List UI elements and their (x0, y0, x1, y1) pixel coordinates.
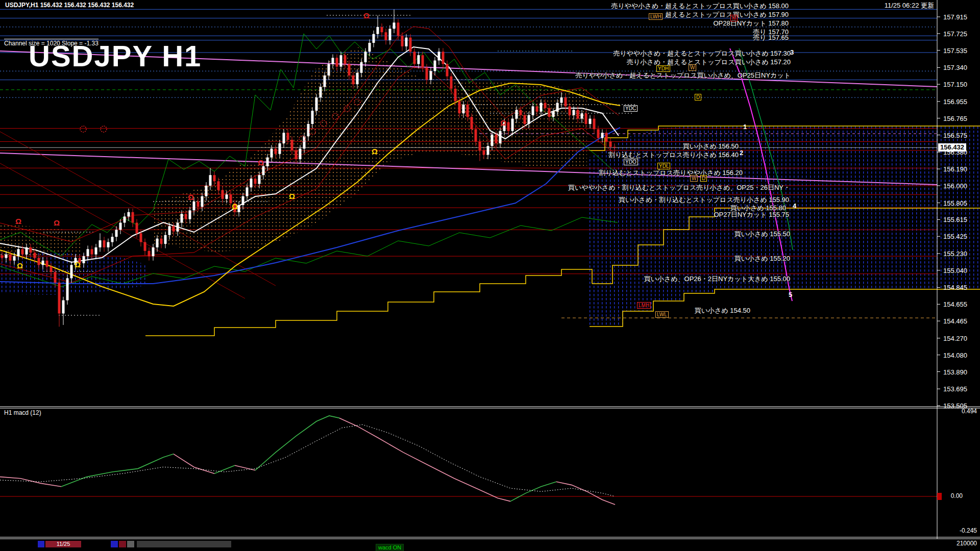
macd-zero-marker (937, 493, 942, 500)
price-axis-label: 153.695 (943, 385, 967, 393)
trade-annotation: 売りやや小さめ・超えるとストップロス買い小さめ、OP25日NYカット (576, 71, 791, 80)
price-axis-label: 157.535 (943, 47, 967, 55)
omega-signal-icon: Ω (75, 260, 81, 269)
price-axis-label: 157.725 (943, 30, 967, 38)
price-axis-label: 157.150 (943, 81, 967, 88)
timeline-segment (119, 541, 126, 547)
channel-info-label: Channel size = 1020 Slope = -1.33 (4, 39, 99, 47)
omega-signal-icon: Ω (500, 118, 506, 127)
price-axis-label: 157.915 (943, 13, 967, 21)
omega-signal-icon: Ω (289, 192, 295, 201)
wacd-toggle-button[interactable]: wacd ON (376, 544, 404, 551)
price-axis-label: 157.340 (943, 64, 967, 71)
timeline-segment: 11/25 (45, 541, 81, 547)
price-axis-label: 154.270 (943, 335, 967, 342)
price-axis-label: 154.655 (943, 300, 967, 308)
trade-annotation: 売りやや小さめ・超えるとストップロス買い小さめ 158.00 (611, 2, 789, 11)
level-label-box: D (700, 175, 707, 182)
macd-zero-value: 0.00 (951, 492, 963, 499)
trade-annotation: OP27日NYカット 155.75 (714, 210, 789, 219)
omega-signal-icon: Ω (232, 202, 238, 211)
omega-signal-icon: Ω (15, 217, 21, 226)
timeline-segment (127, 541, 134, 547)
trade-annotation: 売りやや小さめ・超えるとストップロス買い小さめ 157.30 (613, 49, 791, 58)
wave-marker: 5 (789, 291, 792, 298)
omega-signal-icon: Ω (54, 218, 60, 227)
omega-signal-icon: Ω (372, 147, 378, 156)
level-label-box: LMH (637, 302, 651, 309)
level-label-box: W (690, 175, 698, 182)
level-label-box: YDO (624, 159, 638, 165)
price-axis-label: 155.040 (943, 267, 967, 274)
main-chart-canvas[interactable] (0, 0, 980, 551)
trade-annotation: 買い小さめ 155.20 (734, 254, 790, 263)
omega-signal-icon: Ω (17, 261, 23, 270)
price-axis-label: 153.890 (943, 368, 967, 376)
trade-annotation: OP28日NYカット 157.80 (713, 19, 789, 28)
omega-signal-icon: Ω (258, 158, 264, 167)
wave-marker: 1 (743, 123, 747, 131)
price-axis-label: 155.230 (943, 250, 967, 258)
timeline-segment (137, 541, 231, 547)
symbol-ohlc-line: USDJPY,H1 156.432 156.432 156.432 156.43… (5, 2, 134, 9)
price-axis-label: 155.425 (943, 233, 967, 240)
price-axis-label: 154.465 (943, 317, 967, 325)
level-label-box: YDH (656, 65, 670, 72)
trade-annotation: 割り込むとストップロス売りやや小さめ 156.20 (599, 168, 743, 178)
level-label-box: LWL (655, 311, 669, 318)
update-timestamp: 11/25 06:22 更新 (885, 1, 934, 10)
timeline-date-label: 11/25 (45, 541, 81, 547)
level-label-box: D (695, 94, 701, 101)
wave-marker: 4 (793, 202, 796, 210)
price-axis-label: 156.765 (943, 115, 967, 122)
trade-annotation: 買い小さめ 154.50 (695, 306, 750, 315)
level-label-box: YDL (657, 163, 670, 169)
trade-annotation: 買い小さめ、OP26・2日NYカット大きめ 155.00 (644, 274, 790, 284)
price-axis-label: 154.845 (943, 284, 967, 291)
macd-max-value: 0.494 (962, 408, 977, 415)
wave-marker: 2 (740, 149, 743, 157)
level-label-box: YDC (624, 105, 638, 112)
price-axis-label: 154.080 (943, 352, 967, 359)
omega-signal-icon: Ω (188, 193, 194, 202)
trade-annotation: 売り小さめ・超えるとストップロス買い小さめ 157.20 (627, 58, 791, 67)
price-axis-label: 156.955 (943, 98, 967, 106)
level-label-box: M (730, 15, 738, 21)
volume-scale-value: 210000 (957, 540, 977, 547)
price-axis-label: 156.190 (943, 165, 967, 173)
macd-indicator-label: H1 macd (12) (4, 409, 41, 416)
mt4-chart-window: USDJPY,H1 156.432 156.432 156.432 156.43… (0, 0, 980, 551)
level-label-box: W (689, 64, 696, 71)
trade-annotation: 買いやや小さめ・割り込むとストップロス売り小さめ、OP25・26日NY・ (568, 183, 790, 192)
trade-annotation: 超えるとストップロス買い小さめ 157.90 (665, 10, 789, 19)
trade-annotation: 売り 157.65 (753, 33, 789, 42)
current-price-box: 156.432 (938, 143, 966, 152)
price-axis-label: 156.575 (943, 132, 967, 139)
level-label-box: LWH (649, 13, 663, 20)
wave-marker: 3 (790, 48, 794, 56)
price-axis-label: 155.615 (943, 216, 967, 223)
timeline-segment (111, 541, 118, 547)
timeline-segment (38, 541, 44, 547)
trade-annotation: 買い小さめ 155.50 (734, 230, 790, 239)
price-axis-label: 155.805 (943, 199, 967, 207)
macd-min-value: -0.245 (960, 527, 977, 534)
trade-annotation: 買い小さめ 156.50 (683, 142, 739, 151)
omega-signal-icon: Ω (363, 11, 370, 20)
price-axis-label: 156.000 (943, 182, 967, 190)
